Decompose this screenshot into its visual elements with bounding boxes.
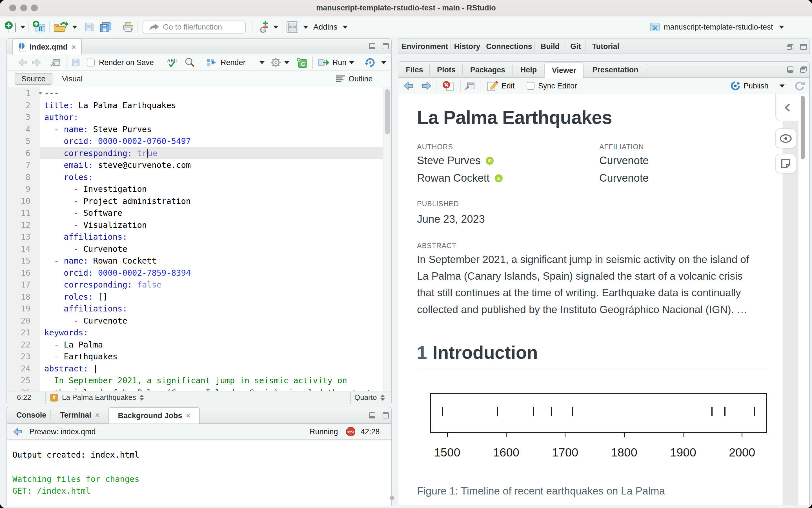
save-button[interactable] [84, 17, 94, 37]
publish-dropdown[interactable] [780, 78, 785, 94]
tab-plots[interactable]: Plots [430, 62, 463, 78]
rerun-button[interactable] [364, 54, 377, 71]
spellcheck-button[interactable]: ABC [167, 54, 179, 71]
tab-terminal[interactable]: Terminal × [51, 407, 109, 423]
code-line-7[interactable]: 7 email: steve@curvenote.com [7, 159, 391, 171]
goto-file-input[interactable] [163, 23, 242, 32]
tab-background-jobs[interactable]: Background Jobs × [109, 407, 200, 424]
console-output[interactable]: Output created: index.htmlWatching files… [7, 440, 391, 506]
mode-source-button[interactable]: Source [15, 73, 52, 85]
code-line-25[interactable]: 25 In September 2021, a significant jump… [7, 375, 391, 387]
render-settings-dropdown[interactable] [284, 54, 289, 71]
open-in-new-window-button[interactable] [50, 54, 60, 71]
tab-history[interactable]: History [451, 39, 483, 54]
code-line-12[interactable]: 12 - Visualization [7, 219, 391, 231]
code-line-19[interactable]: 19 affiliations: [7, 303, 391, 315]
job-stop-button[interactable]: STOP [346, 424, 355, 439]
panes-dropdown[interactable] [303, 17, 308, 37]
addins-button[interactable]: Addins [313, 17, 337, 37]
viewer-popout-button[interactable] [464, 78, 475, 94]
project-menu[interactable]: R manuscript-template-rstudio-test [650, 17, 784, 37]
code-line-11[interactable]: 11 - Software [7, 207, 391, 219]
viewer-refresh-button[interactable] [794, 78, 805, 94]
viewer-minimize-button[interactable] [787, 67, 794, 73]
code-line-2[interactable]: 2title: La Palma Earthquakes [7, 99, 391, 112]
new-file-dropdown[interactable] [20, 17, 25, 37]
insert-chunk-button[interactable]: C [296, 54, 308, 71]
code-line-21[interactable]: 21keywords: [7, 327, 391, 339]
sync-editor-checkbox[interactable] [527, 78, 534, 94]
code-line-14[interactable]: 14 - Curvenote [7, 243, 391, 255]
open-file-dropdown[interactable] [72, 17, 77, 37]
code-editor[interactable]: 1---2title: La Palma Earthquakes3author:… [7, 87, 391, 391]
tab-help[interactable]: Help [513, 62, 544, 78]
editor-tab-index-qmd[interactable]: index.qmd × [12, 39, 82, 55]
code-line-24[interactable]: 24abstract: | [7, 363, 391, 375]
new-project-button[interactable]: R [32, 17, 46, 37]
code-line-3[interactable]: 3author: [7, 111, 391, 123]
editor-maximize-button[interactable] [382, 43, 389, 49]
preview-visibility-button[interactable] [775, 128, 796, 149]
open-file-button[interactable] [53, 17, 69, 37]
code-line-1[interactable]: 1--- [7, 87, 391, 99]
code-line-22[interactable]: 22 - La Palma [7, 339, 391, 351]
mode-visual-button[interactable]: Visual [56, 73, 89, 85]
tab-console[interactable]: Console [11, 407, 51, 423]
editor-scrollbar[interactable] [383, 87, 391, 391]
terminal-close-icon[interactable]: × [95, 412, 99, 418]
code-line-15[interactable]: 15 - name: Rowan Cockett [7, 255, 391, 267]
source-forward-button[interactable] [32, 54, 41, 71]
code-line-16[interactable]: 16 orcid: 0000-0002-7859-8394 [7, 267, 391, 279]
version-control-button[interactable]: G [260, 17, 271, 37]
render-dropdown[interactable] [259, 54, 265, 71]
code-line-6[interactable]: 6 corresponding: true [7, 147, 391, 159]
outline-button[interactable]: Outline [330, 73, 379, 85]
code-line-18[interactable]: 18 roles: [] [7, 291, 391, 303]
viewer-edit-button[interactable]: Edit [487, 78, 515, 94]
addins-dropdown[interactable] [342, 17, 348, 37]
print-button[interactable] [123, 17, 134, 37]
code-line-4[interactable]: 4 - name: Steve Purves [7, 123, 391, 135]
console-minimize-button[interactable] [369, 412, 375, 418]
tab-git[interactable]: Git [565, 39, 586, 54]
viewer-document[interactable]: La Palma Earthquakes AUTHORS AFFILIATION… [398, 94, 809, 505]
environment-maximize-button[interactable] [800, 44, 807, 50]
tab-packages[interactable]: Packages [463, 62, 513, 78]
tab-environment[interactable]: Environment [399, 39, 451, 54]
code-line-20[interactable]: 20 - Curvenote [7, 315, 391, 327]
code-line-8[interactable]: 8 roles: [7, 171, 391, 183]
editor-save-button[interactable] [72, 54, 80, 71]
version-control-dropdown[interactable] [273, 17, 278, 37]
section-navigator[interactable]: # La Palma Earthquakes [50, 391, 144, 404]
run-button[interactable]: Run [318, 54, 347, 71]
render-button[interactable]: Render [206, 54, 246, 71]
console-maximize-button[interactable] [382, 412, 389, 418]
viewer-forward-button[interactable] [421, 78, 432, 94]
language-mode-selector[interactable]: Quarto [355, 391, 385, 404]
code-line-23[interactable]: 23 - Earthquakes [7, 350, 391, 363]
render-settings-button[interactable] [271, 54, 281, 71]
viewer-clear-button[interactable] [442, 78, 454, 94]
code-line-5[interactable]: 5 orcid: 0000-0002-0760-5497 [7, 135, 391, 147]
rerun-dropdown[interactable] [381, 54, 386, 71]
collapse-sidebar-button[interactable] [775, 94, 799, 121]
tab-tutorial[interactable]: Tutorial [586, 39, 625, 54]
editor-tab-close-icon[interactable]: × [72, 44, 76, 50]
viewer-scrollbar-thumb[interactable] [801, 96, 805, 159]
environment-restore-button[interactable] [787, 44, 794, 50]
workspace-panes-button[interactable] [286, 17, 299, 37]
annotation-button[interactable] [775, 154, 796, 173]
tab-files[interactable]: Files [399, 62, 430, 78]
tab-presentation[interactable]: Presentation [583, 62, 647, 78]
editor-minimize-button[interactable] [369, 43, 375, 49]
render-on-save-checkbox[interactable] [87, 54, 95, 71]
tab-build[interactable]: Build [535, 39, 565, 54]
source-back-button[interactable] [18, 54, 28, 71]
code-line-10[interactable]: 10 - Project administration [7, 195, 391, 207]
code-line-17[interactable]: 17 corresponding: false [7, 279, 391, 291]
code-line-9[interactable]: 9 - Investigation [7, 183, 391, 195]
orcid-icon[interactable]: iD [486, 157, 494, 165]
save-all-button[interactable] [100, 17, 112, 37]
viewer-back-button[interactable] [403, 78, 414, 94]
publish-button[interactable]: Publish [731, 78, 769, 94]
